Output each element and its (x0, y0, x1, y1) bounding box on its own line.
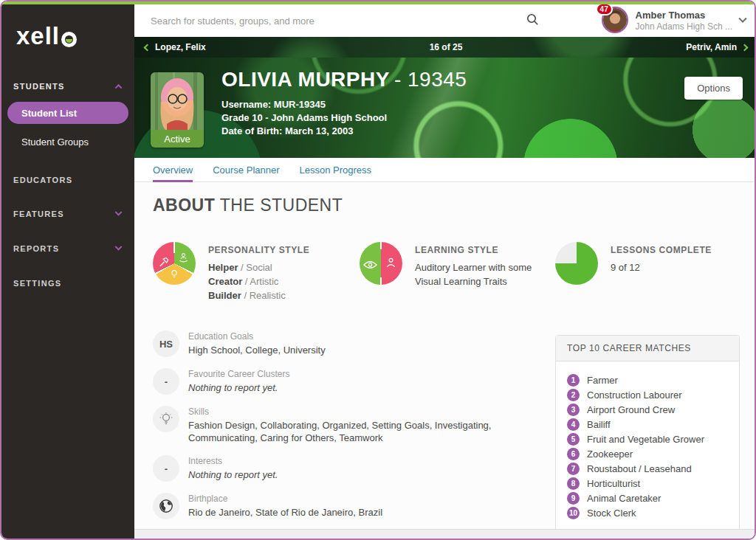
brand-top-strip (1, 1, 755, 4)
sidebar-section-reports[interactable]: REPORTS (1, 242, 134, 255)
sidebar-item-student-groups[interactable]: Student Groups (1, 136, 134, 148)
topbar: 47 Amber Thomas John Adams High Sch ... (134, 4, 756, 37)
search-zone (134, 13, 539, 29)
student-details: Username: MUR-19345 Grade 10 - John Adam… (221, 98, 467, 138)
sidebar-item-label: Student Groups (21, 136, 89, 148)
chevron-right-icon (741, 44, 749, 51)
stat-line: Helper / Social (208, 260, 309, 274)
sidebar-section-label: SETTINGS (13, 279, 61, 288)
tab-overview[interactable]: Overview (153, 158, 193, 181)
sidebar-item-student-list[interactable]: Student List (7, 102, 128, 124)
sidebar-section-label: STUDENTS (13, 82, 65, 91)
logo-text: xell (16, 22, 60, 50)
stat-line: Creator / Artistic (208, 274, 309, 288)
career-matches-panel: TOP 10 CAREER MATCHES 1Farmer 2Construct… (555, 335, 740, 531)
user-menu[interactable]: 47 Amber Thomas John Adams High Sch ... (599, 7, 756, 35)
career-item[interactable]: 7Roustabout / Leasehand (567, 461, 739, 476)
xello-logo[interactable]: xell (1, 4, 134, 50)
avatar-wrap: 47 (599, 7, 628, 35)
notification-badge[interactable]: 47 (596, 3, 613, 15)
sidebar-section-settings[interactable]: SETTINGS (1, 277, 134, 290)
lightbulb-icon (153, 406, 179, 432)
stat-heading: LESSONS COMPLETE (611, 245, 712, 255)
sidebar-section-educators[interactable]: EDUCATORS (1, 173, 134, 187)
globe-icon (153, 493, 179, 519)
app-window: xell STUDENTS Student List Student Group… (0, 0, 756, 540)
overview-content: ABOUT THE STUDENT PERSONALITY STYLE Help… (134, 183, 756, 539)
learning-pie-chart (360, 242, 402, 285)
next-student-button[interactable]: Petriv, Amin (686, 42, 747, 52)
career-item[interactable]: 10Stock Clerk (567, 505, 739, 520)
status-badge: Active (151, 130, 204, 148)
sidebar-section-features[interactable]: FEATURES (1, 207, 134, 221)
row-label: Skills (188, 406, 555, 417)
career-item[interactable]: 2Construction Labourer (567, 387, 739, 402)
chevron-up-icon (115, 83, 123, 91)
career-panel-title: TOP 10 CAREER MATCHES (556, 336, 739, 361)
sidebar-section-label: REPORTS (13, 244, 59, 253)
stat-heading: PERSONALITY STYLE (208, 245, 309, 255)
next-section-edge (134, 529, 756, 539)
career-item[interactable]: 1Farmer (567, 373, 739, 387)
lightbulb-icon (169, 269, 179, 283)
chevron-down-icon[interactable] (738, 15, 746, 23)
career-item[interactable]: 5Fruit and Vegetable Grower (567, 432, 739, 446)
next-student-name: Petriv, Amin (686, 42, 737, 52)
chevron-down-icon (115, 243, 123, 250)
lessons-text: LESSONS COMPLETE 9 of 12 (611, 242, 712, 302)
row-label: Education Goals (188, 331, 326, 342)
user-name: Amber Thomas (636, 10, 732, 21)
rank-badge: 5 (567, 433, 580, 446)
row-value: Rio de Janeiro, State of Rio de Janeiro,… (188, 506, 382, 519)
career-item[interactable]: 9Animal Caretaker (567, 491, 739, 505)
rank-badge: 10 (567, 507, 580, 519)
eye-icon (363, 259, 377, 272)
sidebar-section-label: FEATURES (13, 210, 64, 218)
stats-row: PERSONALITY STYLE Helper / Social Creato… (153, 242, 712, 302)
rank-badge: 6 (567, 448, 580, 460)
student-photo-card: Active (151, 72, 204, 148)
student-grade: Grade 10 - John Adams High School (221, 111, 467, 125)
tab-bar: Overview Course Planner Lesson Progress (134, 158, 756, 182)
hammer-icon (159, 257, 170, 271)
career-list: 1Farmer 2Construction Labourer 3Airport … (556, 361, 739, 520)
career-item[interactable]: 4Bailiff (567, 417, 739, 432)
student-dob: Date of Birth: March 13, 2003 (221, 125, 467, 138)
student-photo (151, 72, 204, 130)
student-pager: Lopez, Felix 16 of 25 Petriv, Amin (134, 37, 756, 58)
row-value: Fashion Design, Collaborating, Organized… (188, 419, 555, 444)
row-value: High School, College, University (188, 344, 326, 356)
lessons-complete-stat: LESSONS COMPLETE 9 of 12 (555, 242, 712, 302)
profile-list: HS Education Goals High School, College,… (153, 330, 555, 530)
dash-icon: - (153, 455, 179, 482)
prev-student-button[interactable]: Lopez, Felix (145, 42, 206, 52)
career-clusters-row: - Favourite Career Clusters Nothing to r… (153, 368, 555, 395)
stat-line: Auditory Learner with some Visual Learni… (415, 260, 555, 288)
prev-student-name: Lopez, Felix (155, 42, 206, 52)
lessons-pie-chart (555, 242, 598, 285)
personality-style-stat: PERSONALITY STYLE Helper / Social Creato… (153, 242, 360, 302)
options-button[interactable]: Options (684, 77, 743, 100)
chevron-down-icon (115, 208, 123, 215)
tab-lesson-progress[interactable]: Lesson Progress (300, 158, 372, 181)
career-item[interactable]: 3Airport Ground Crew (567, 402, 739, 417)
person-icon (385, 257, 396, 271)
birthplace-row: Birthplace Rio de Janeiro, State of Rio … (153, 493, 555, 519)
page-title: ABOUT THE STUDENT (153, 195, 343, 215)
sidebar-section-label: EDUCATORS (13, 176, 72, 184)
stat-line: 9 of 12 (611, 260, 712, 274)
helper-hand-icon (178, 252, 189, 266)
user-school: John Adams High Sch ... (636, 21, 732, 32)
student-id: - 19345 (394, 68, 467, 91)
rank-badge: 7 (567, 463, 580, 475)
tab-course-planner[interactable]: Course Planner (213, 158, 279, 181)
search-icon[interactable] (526, 13, 539, 29)
career-item[interactable]: 6Zookeeper (567, 446, 739, 461)
student-name: OLIVIA MURPHY (221, 68, 390, 91)
search-input[interactable] (151, 15, 526, 27)
education-goals-row: HS Education Goals High School, College,… (153, 330, 555, 357)
personality-text: PERSONALITY STYLE Helper / Social Creato… (208, 242, 309, 302)
career-item[interactable]: 8Horticulturist (567, 476, 739, 491)
sidebar-section-students[interactable]: STUDENTS (1, 80, 134, 93)
student-info: OLIVIA MURPHY- 19345 Username: MUR-19345… (221, 68, 467, 138)
